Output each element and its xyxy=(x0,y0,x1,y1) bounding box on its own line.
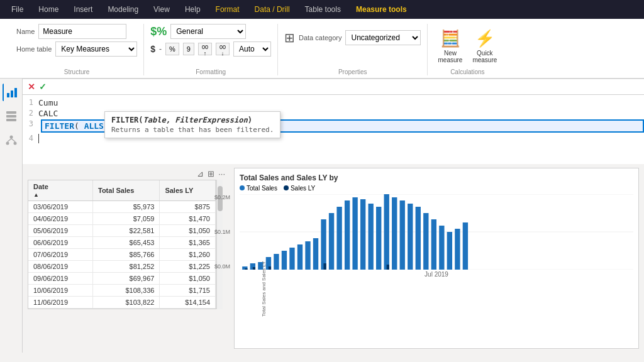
table-row: 07/06/2019 $85,766 $1,260 xyxy=(28,249,216,261)
menu-modeling[interactable]: Modeling xyxy=(101,3,145,16)
formula-cancel-button[interactable]: ✕ xyxy=(28,82,35,92)
svg-point-8 xyxy=(13,142,16,145)
svg-rect-44 xyxy=(253,267,255,270)
table-row: 09/06/2019 $69,967 $1,050 xyxy=(28,273,216,285)
table-row: 05/06/2019 $22,581 $1,050 xyxy=(28,225,216,237)
cell-date: 07/06/2019 xyxy=(28,249,93,261)
nav-data[interactable] xyxy=(3,107,20,125)
svg-rect-1 xyxy=(11,90,13,97)
data-table: Date▲ Total Sales Sales LY 03/06/2019 $5… xyxy=(28,180,216,309)
auto-dropdown[interactable]: Auto xyxy=(233,41,271,57)
cell-sales-ly: $1,050 xyxy=(160,273,216,285)
code-line-1: 1 Cumu xyxy=(23,97,644,108)
new-measure-button[interactable]: 🧮 Newmeasure xyxy=(434,26,466,66)
expand-icon[interactable]: ⊞ xyxy=(208,169,214,178)
home-table-dropdown[interactable]: Key Measures xyxy=(55,41,137,57)
code-editor[interactable]: 1 Cumu 2 CALC 3 FILTER( ALLSELECTED( Dat… xyxy=(23,95,644,164)
cell-date: 04/06/2019 xyxy=(28,213,93,225)
svg-rect-20 xyxy=(289,248,294,270)
menu-table-tools[interactable]: Table tools xyxy=(299,3,347,16)
menu-measure-tools[interactable]: Measure tools xyxy=(350,3,413,16)
menu-insert[interactable]: Insert xyxy=(67,3,99,16)
nav-report[interactable] xyxy=(3,84,20,101)
data-category-dropdown[interactable]: Uncategorized xyxy=(345,30,421,45)
svg-rect-32 xyxy=(384,194,389,270)
dash-sep: - xyxy=(159,45,162,53)
more-options-icon[interactable]: ··· xyxy=(218,169,225,178)
dollar-symbol: $% xyxy=(150,25,167,38)
filter-icon[interactable]: ⊿ xyxy=(197,169,204,178)
col-sales-ly[interactable]: Sales LY xyxy=(160,180,216,201)
svg-rect-45 xyxy=(269,266,271,270)
menu-format[interactable]: Format xyxy=(209,3,246,16)
cell-total-sales: $69,967 xyxy=(93,273,160,285)
col-total-sales[interactable]: Total Sales xyxy=(93,180,160,201)
legend-total-sales: Total Sales xyxy=(247,185,277,192)
name-input[interactable] xyxy=(38,24,126,39)
cell-sales-ly: $1,715 xyxy=(160,285,216,297)
ribbon-group-calculations: 🧮 Newmeasure ⚡ Quickmeasure Calculations xyxy=(428,24,507,75)
data-section: ⊿ ⊞ ··· Date▲ Total Sales Sales LY xyxy=(23,164,644,353)
format-dropdown[interactable]: General xyxy=(170,24,246,39)
cell-total-sales: $5,973 xyxy=(93,201,160,213)
formatting-label: Formatting xyxy=(150,67,271,75)
cell-date: 06/06/2019 xyxy=(28,237,93,249)
table-row: 11/06/2019 $103,822 $14,154 xyxy=(28,297,216,309)
menu-data-drill[interactable]: Data / Drill xyxy=(248,3,296,16)
menu-bar: File Home Insert Modeling View Help Form… xyxy=(0,0,644,19)
cell-total-sales: $103,822 xyxy=(93,297,160,309)
table-row: 08/06/2019 $81,252 $1,225 xyxy=(28,261,216,273)
ribbon-group-formatting: $% General $ - % 9 00↑ 00↓ Auto xyxy=(144,24,278,75)
svg-rect-34 xyxy=(400,200,405,270)
svg-rect-37 xyxy=(423,213,428,270)
dollar-btn[interactable]: $ xyxy=(150,44,155,54)
cell-date: 05/06/2019 xyxy=(28,225,93,237)
svg-rect-39 xyxy=(439,226,444,270)
svg-rect-38 xyxy=(431,219,436,270)
svg-rect-47 xyxy=(387,265,389,270)
autocomplete-description: Returns a table that has been filtered. xyxy=(111,126,274,134)
cell-sales-ly: $1,050 xyxy=(160,225,216,237)
cell-total-sales: $85,766 xyxy=(93,249,160,261)
cell-total-sales: $22,581 xyxy=(93,225,160,237)
quick-measure-button[interactable]: ⚡ Quickmeasure xyxy=(469,26,501,66)
nav-model[interactable] xyxy=(3,131,20,149)
decimal-inc-btn[interactable]: 00↑ xyxy=(198,43,212,55)
cell-total-sales: $81,252 xyxy=(93,261,160,273)
cell-date: 10/06/2019 xyxy=(28,285,93,297)
svg-rect-2 xyxy=(14,88,17,97)
autocomplete-popup: FILTER(Table, FilterExpression) Returns … xyxy=(104,111,280,138)
cell-sales-ly: $875 xyxy=(160,201,216,213)
y-axis-label: Total Sales and Sales LY xyxy=(261,261,267,317)
col-date[interactable]: Date▲ xyxy=(28,180,93,201)
menu-view[interactable]: View xyxy=(147,3,176,16)
ribbon-group-properties: ⊞ Data category Uncategorized Properties xyxy=(278,24,428,75)
table-row: 10/06/2019 $108,336 $1,715 xyxy=(28,285,216,297)
lightning-icon: ⚡ xyxy=(475,29,495,48)
svg-rect-33 xyxy=(392,197,397,270)
svg-rect-36 xyxy=(416,207,421,270)
svg-rect-42 xyxy=(463,222,468,270)
menu-file[interactable]: File xyxy=(5,3,30,16)
percent-btn[interactable]: % xyxy=(165,43,179,55)
decimal-dec-btn[interactable]: 00↓ xyxy=(216,43,230,55)
chart-legend: Total Sales Sales LY xyxy=(240,185,633,192)
menu-home[interactable]: Home xyxy=(32,3,65,16)
svg-rect-24 xyxy=(321,219,326,270)
comma-btn[interactable]: 9 xyxy=(183,43,194,55)
svg-rect-22 xyxy=(305,241,310,270)
cell-date: 08/06/2019 xyxy=(28,261,93,273)
formula-bar: ✕ ✓ xyxy=(23,79,644,95)
cell-date: 11/06/2019 xyxy=(28,297,93,309)
cell-sales-ly: $1,225 xyxy=(160,261,216,273)
cell-total-sales: $108,336 xyxy=(93,285,160,297)
data-category-icon: ⊞ xyxy=(284,30,295,45)
cell-sales-ly: $14,154 xyxy=(160,297,216,309)
ribbon: Name Home table Key Measures Structure $… xyxy=(0,19,644,79)
svg-rect-27 xyxy=(345,200,350,270)
table-row: 06/06/2019 $65,453 $1,365 xyxy=(28,237,216,249)
svg-rect-29 xyxy=(360,199,365,270)
formula-confirm-button[interactable]: ✓ xyxy=(39,82,47,92)
menu-help[interactable]: Help xyxy=(179,3,207,16)
cell-sales-ly: $1,470 xyxy=(160,213,216,225)
